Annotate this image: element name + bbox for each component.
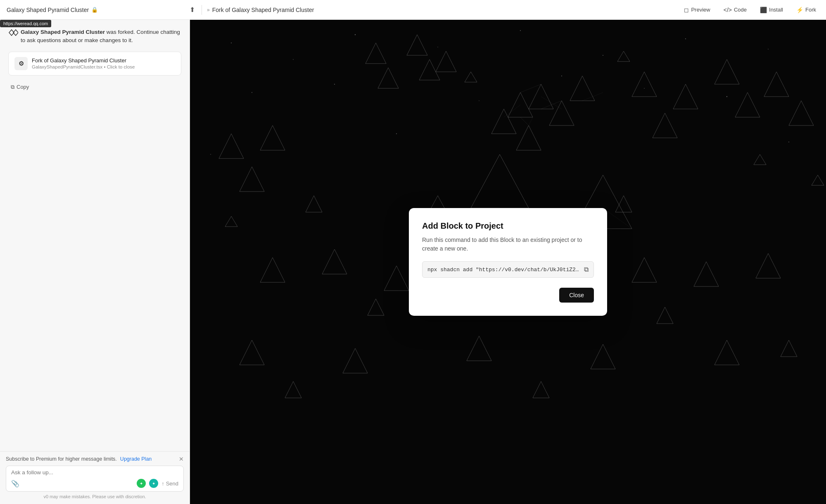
bottom-bar: Subscribe to Premium for higher message … (0, 451, 190, 504)
right-panel: Add Block to Project Run this command to… (190, 20, 826, 504)
left-panel: https://weread.qq.com Galaxy Shaped Pyra… (0, 20, 190, 504)
fork-icon: ⚡ (796, 7, 803, 13)
send-arrow-icon: ↑ (161, 480, 164, 487)
fork-card-info: Fork of Galaxy Shaped Pyramid Cluster Ga… (32, 57, 175, 69)
send-label: Send (166, 480, 178, 487)
main-layout: https://weread.qq.com Galaxy Shaped Pyra… (0, 20, 826, 504)
green-status-icon: ✦ (137, 479, 146, 488)
modal-description: Run this command to add this Block to an… (422, 236, 594, 253)
top-bar-divider (202, 5, 202, 15)
top-bar-actions: ◻ Preview </> Code ⬛ Install ⚡ Fork (681, 5, 819, 15)
page-title-area: Galaxy Shaped Pyramid Cluster 🔒 (7, 7, 98, 13)
chat-input-actions: 📎 ✦ ✦ ↑ Send (11, 479, 178, 488)
fork-notice: Galaxy Shaped Pyramid Cluster was forked… (8, 28, 181, 45)
lock-icon: 🔒 (91, 7, 98, 13)
copy-label: Copy (17, 84, 29, 90)
modal-overlay: Add Block to Project Run this command to… (190, 20, 826, 504)
attach-button[interactable]: 📎 (11, 480, 19, 487)
copy-button[interactable]: ⧉ Copy (8, 82, 31, 92)
modal: Add Block to Project Run this command to… (409, 208, 607, 316)
top-bar-center: » Fork of Galaxy Shaped Pyramid Cluster (207, 7, 681, 13)
chat-input-right: ✦ ✦ ↑ Send (137, 479, 178, 488)
fork-card[interactable]: ⚙ Fork of Galaxy Shaped Pyramid Cluster … (8, 52, 181, 76)
preview-label: Preview (691, 7, 710, 13)
command-row: npx shadcn add "https://v0.dev/chat/b/Uk… (422, 261, 594, 278)
share-button[interactable]: ⬆ (188, 4, 197, 15)
dismiss-upgrade-button[interactable]: ✕ (179, 456, 184, 462)
teal-status-icon: ✦ (149, 479, 158, 488)
preview-icon: ◻ (684, 7, 689, 13)
code-icon: </> (724, 7, 732, 13)
fork-card-subtitle: GalaxyShapedPyramidCluster.tsx • Click t… (32, 64, 175, 69)
code-button[interactable]: </> Code (720, 5, 750, 15)
chat-input[interactable] (11, 469, 178, 476)
copy-icon: ⧉ (11, 84, 14, 90)
install-label: Install (769, 7, 783, 13)
upgrade-notice: Subscribe to Premium for higher message … (6, 456, 184, 462)
install-button[interactable]: ⬛ Install (757, 5, 786, 15)
chat-content: Galaxy Shaped Pyramid Cluster was forked… (0, 20, 190, 451)
top-bar: Galaxy Shaped Pyramid Cluster 🔒 ⬆ » Fork… (0, 0, 826, 20)
preview-button[interactable]: ◻ Preview (681, 5, 713, 15)
fork-card-title: Fork of Galaxy Shaped Pyramid Cluster (32, 57, 175, 64)
fork-notice-text: Galaxy Shaped Pyramid Cluster was forked… (21, 28, 181, 45)
copy-command-icon: ⧉ (584, 266, 589, 273)
upgrade-text: Subscribe to Premium for higher message … (6, 456, 117, 462)
url-tooltip: https://weread.qq.com (0, 20, 51, 27)
modal-title: Add Block to Project (422, 221, 594, 231)
command-text: npx shadcn add "https://v0.dev/chat/b/Uk… (427, 267, 581, 273)
fork-notice-bold: Galaxy Shaped Pyramid Cluster (21, 29, 105, 35)
top-bar-left: Galaxy Shaped Pyramid Cluster 🔒 ⬆ (7, 4, 197, 15)
fork-label: Fork (805, 7, 816, 13)
gear-icon: ⚙ (14, 57, 28, 70)
modal-footer: Close (422, 288, 594, 303)
disclaimer: v0 may make mistakes. Please use with di… (6, 492, 184, 500)
upgrade-link[interactable]: Upgrade Plan (120, 456, 152, 462)
send-button[interactable]: ↑ Send (161, 480, 178, 487)
fork-title: Fork of Galaxy Shaped Pyramid Cluster (212, 7, 314, 13)
chat-input-wrapper: 📎 ✦ ✦ ↑ Send (6, 466, 184, 492)
fork-button[interactable]: ⚡ Fork (793, 5, 819, 15)
install-icon: ⬛ (760, 7, 767, 13)
close-modal-button[interactable]: Close (559, 288, 594, 303)
copy-command-button[interactable]: ⧉ (584, 266, 589, 273)
expand-icon: » (207, 7, 210, 13)
page-title: Galaxy Shaped Pyramid Cluster (7, 7, 89, 13)
fork-logo (8, 29, 18, 36)
code-label: Code (734, 7, 747, 13)
